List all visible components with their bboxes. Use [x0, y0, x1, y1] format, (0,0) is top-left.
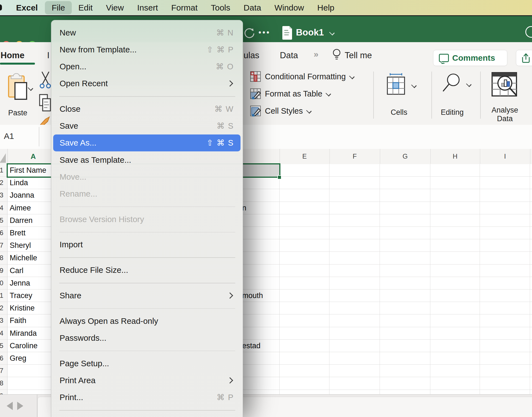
paste-button[interactable]: [8, 73, 28, 102]
cell-H10[interactable]: [430, 277, 480, 289]
document-title[interactable]: Book1: [296, 27, 324, 38]
cell-H17[interactable]: [430, 365, 480, 377]
cells-button[interactable]: [385, 73, 407, 96]
cell-spill18[interactable]: [530, 377, 532, 390]
cell-F16[interactable]: [329, 352, 380, 365]
cell-I17[interactable]: [480, 365, 530, 377]
cell-spill12[interactable]: [530, 302, 532, 314]
menubar-item-insert[interactable]: Insert: [131, 1, 165, 14]
cell-I4[interactable]: [480, 202, 530, 214]
cell-E8[interactable]: [280, 252, 329, 264]
file-menu-item-print[interactable]: Print...⌘ P: [51, 389, 243, 406]
cell-I18[interactable]: [480, 377, 530, 390]
cell-F14[interactable]: [329, 327, 380, 340]
cell-spill7[interactable]: [530, 239, 532, 252]
cell-E17[interactable]: [280, 365, 329, 377]
cell-I13[interactable]: [480, 314, 530, 327]
name-box[interactable]: A1: [4, 131, 14, 141]
cell-I7[interactable]: [480, 239, 530, 252]
cell-F4[interactable]: [329, 202, 380, 214]
sheet-nav-left-icon[interactable]: [7, 402, 13, 410]
cell-E1[interactable]: [280, 164, 329, 177]
cell-spill9[interactable]: [530, 265, 532, 277]
share-button[interactable]: [516, 50, 532, 66]
cell-spill6[interactable]: [530, 227, 532, 239]
file-menu-item-always-open-as-read-only[interactable]: Always Open as Read-only: [51, 312, 243, 329]
cell-G18[interactable]: [380, 377, 430, 390]
document-title-chevron-icon[interactable]: [329, 30, 335, 35]
cell-E6[interactable]: [280, 227, 329, 239]
tab-overflow-icon[interactable]: »: [314, 49, 318, 59]
cell-G11[interactable]: [380, 289, 430, 302]
cell-H15[interactable]: [430, 340, 480, 352]
cell-G9[interactable]: [380, 265, 430, 277]
file-menu-item-print-area[interactable]: Print Area: [51, 372, 243, 389]
redo-icon[interactable]: [243, 27, 256, 39]
cell-E13[interactable]: [280, 314, 329, 327]
row-header-17[interactable]: 17: [0, 365, 7, 377]
file-menu-item-open-recent[interactable]: Open Recent: [51, 75, 243, 92]
row-header-16[interactable]: 16: [0, 352, 7, 365]
cell-G15[interactable]: [380, 340, 430, 352]
file-menu-item-passwords[interactable]: Passwords...: [51, 329, 243, 346]
tab-insert-partial[interactable]: I: [47, 50, 50, 60]
cell-spill3[interactable]: [530, 189, 532, 202]
cell-spill8[interactable]: [530, 252, 532, 264]
cell-E4[interactable]: [280, 202, 329, 214]
file-menu-item-save[interactable]: Save⌘ S: [51, 118, 243, 134]
cell-F17[interactable]: [329, 365, 380, 377]
cell-E7[interactable]: [280, 239, 329, 252]
cell-spill14[interactable]: [530, 327, 532, 340]
analyse-data-button[interactable]: [491, 72, 518, 98]
fill-handle[interactable]: [277, 175, 282, 179]
editing-button[interactable]: [442, 73, 462, 93]
cell-F11[interactable]: [329, 289, 380, 302]
cell-I15[interactable]: [480, 340, 530, 352]
row-header-7[interactable]: 7: [0, 239, 7, 252]
paste-dropdown-chevron-icon[interactable]: [28, 85, 33, 91]
cell-spill10[interactable]: [530, 277, 532, 289]
cell-I3[interactable]: [480, 189, 530, 202]
file-menu-item-page-setup[interactable]: Page Setup...: [51, 355, 243, 372]
file-menu-item-save-as-template[interactable]: Save as Template...: [51, 151, 243, 168]
cell-H2[interactable]: [430, 177, 480, 189]
comments-button[interactable]: Comments: [433, 50, 507, 66]
cell-spill13[interactable]: [530, 314, 532, 327]
cell-G10[interactable]: [380, 277, 430, 289]
cell-G4[interactable]: [380, 202, 430, 214]
cell-F12[interactable]: [329, 302, 380, 314]
cell-F18[interactable]: [329, 377, 380, 390]
cell-E10[interactable]: [280, 277, 329, 289]
cell-F7[interactable]: [329, 239, 380, 252]
search-icon[interactable]: [525, 26, 532, 38]
cell-F15[interactable]: [329, 340, 380, 352]
cell-H8[interactable]: [430, 252, 480, 264]
row-header-15[interactable]: 15: [0, 340, 7, 352]
cell-H7[interactable]: [430, 239, 480, 252]
row-header-3[interactable]: 3: [0, 189, 7, 202]
cell-H1[interactable]: [430, 164, 480, 177]
cell-E3[interactable]: [280, 189, 329, 202]
more-toolbar-commands-icon[interactable]: •••: [259, 28, 270, 37]
file-menu-item-new[interactable]: New⌘ N: [51, 24, 243, 41]
column-header-G[interactable]: G: [380, 149, 431, 164]
cell-spill15[interactable]: [530, 340, 532, 352]
cell-F9[interactable]: [329, 265, 380, 277]
cell-H4[interactable]: [430, 202, 480, 214]
tab-data[interactable]: Data: [280, 50, 298, 60]
cell-spill4[interactable]: [530, 202, 532, 214]
column-header-I[interactable]: I: [480, 149, 530, 164]
file-menu-item-open[interactable]: Open...⌘ O: [51, 58, 243, 75]
apple-menu-icon[interactable]: [0, 4, 2, 11]
cell-H14[interactable]: [430, 327, 480, 340]
menubar-item-excel[interactable]: Excel: [9, 1, 44, 14]
copy-icon[interactable]: [39, 94, 52, 112]
cell-H12[interactable]: [430, 302, 480, 314]
cell-G12[interactable]: [380, 302, 430, 314]
cell-G14[interactable]: [380, 327, 430, 340]
row-header-14[interactable]: 14: [0, 327, 7, 340]
cell-G17[interactable]: [380, 365, 430, 377]
cell-spill16[interactable]: [530, 352, 532, 365]
row-header-1[interactable]: 1: [0, 164, 7, 177]
format-painter-icon[interactable]: [39, 116, 51, 125]
